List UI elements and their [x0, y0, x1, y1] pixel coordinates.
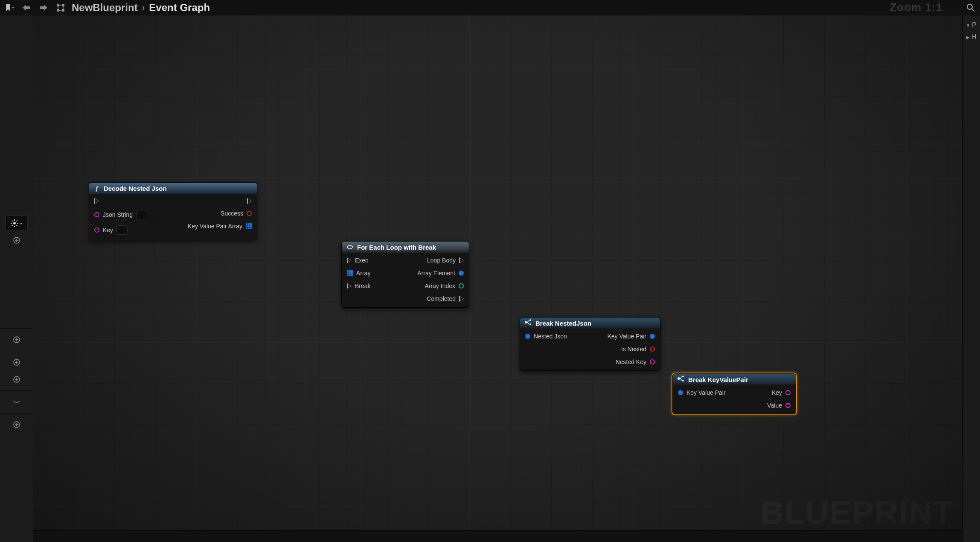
- blueprint-watermark: BLUEPRINT: [760, 494, 954, 531]
- nav-forward-icon[interactable]: [38, 2, 49, 14]
- right-rail: ▼P ▶H: [962, 15, 980, 542]
- function-icon: f: [93, 185, 100, 192]
- pin-label: Key: [772, 389, 782, 396]
- chevron-right-icon: ›: [142, 3, 145, 12]
- key-out-pin[interactable]: Key: [772, 389, 791, 396]
- rail-add-button-1[interactable]: [6, 233, 28, 248]
- array-pin-icon: [246, 223, 252, 229]
- node-header[interactable]: Break KeyValuePair: [673, 374, 796, 385]
- svg-point-6: [13, 222, 16, 224]
- topbar: ▾ NewBlueprint › Event Graph Zoom 1:1: [0, 0, 980, 15]
- rail-add-button-2[interactable]: [6, 332, 28, 347]
- node-header[interactable]: Break NestedJson: [520, 318, 660, 329]
- loop-icon: [346, 244, 354, 251]
- pin-label: Is Nested: [621, 346, 646, 353]
- loop-body-out-pin[interactable]: Loop Body: [427, 257, 464, 264]
- pin-label: Key Value Pair: [686, 389, 726, 396]
- input-key-pin[interactable]: Key: [94, 225, 147, 235]
- svg-point-34: [529, 323, 531, 325]
- nested-key-out-pin[interactable]: Nested Key: [616, 358, 655, 365]
- svg-line-5: [972, 9, 974, 12]
- node-break-nestedjson[interactable]: Break NestedJson Nested Json Key Value P…: [520, 317, 660, 371]
- pin-label: Exec: [355, 257, 368, 264]
- output-success-pin[interactable]: Success: [221, 210, 252, 217]
- break-struct-icon: [677, 376, 685, 383]
- svg-point-30: [525, 321, 527, 323]
- node-foreach-break[interactable]: For Each Loop with Break Exec Array Brea…: [341, 241, 469, 308]
- right-rail-label: H: [971, 33, 977, 41]
- node-header[interactable]: For Each Loop with Break: [342, 242, 469, 253]
- rail-add-button-5[interactable]: [6, 417, 28, 432]
- pin-label: Json String: [103, 211, 133, 218]
- value-out-pin[interactable]: Value: [767, 402, 791, 409]
- exec-in-pin[interactable]: Exec: [347, 257, 371, 264]
- bookmark-icon[interactable]: ▾: [3, 2, 15, 14]
- svg-rect-3: [62, 9, 64, 12]
- svg-line-12: [16, 225, 17, 226]
- svg-point-39: [682, 380, 684, 382]
- array-in-pin[interactable]: Array: [347, 270, 371, 277]
- svg-line-36: [680, 376, 682, 379]
- pin-label: Key Value Pair Array: [188, 223, 242, 230]
- kvp-in-pin[interactable]: Key Value Pair: [678, 389, 726, 396]
- exec-in-pin[interactable]: [94, 198, 147, 204]
- wires: [33, 15, 161, 79]
- breadcrumb-current: Event Graph: [149, 2, 210, 14]
- svg-rect-2: [57, 9, 59, 12]
- right-rail-label: P: [972, 21, 977, 29]
- json-string-input[interactable]: [136, 210, 147, 219]
- node-header[interactable]: f Decode Nested Json: [89, 183, 257, 194]
- completed-out-pin[interactable]: Completed: [427, 295, 464, 302]
- key-input[interactable]: [116, 225, 128, 235]
- svg-line-37: [680, 379, 682, 381]
- svg-point-33: [529, 319, 531, 321]
- right-rail-item-p[interactable]: ▼P: [966, 21, 977, 29]
- graph-canvas[interactable]: f Decode Nested Json Json String Key: [33, 15, 962, 542]
- pin-label: Key: [103, 227, 113, 233]
- pin-label: Array: [356, 270, 370, 277]
- input-json-string-pin[interactable]: Json String: [94, 210, 147, 219]
- node-decode-nested-json[interactable]: f Decode Nested Json Json String Key: [89, 182, 257, 240]
- pin-label: Value: [767, 402, 782, 409]
- svg-point-4: [967, 4, 972, 9]
- svg-point-38: [682, 376, 684, 377]
- rail-add-button-3[interactable]: [6, 355, 28, 370]
- rail-add-button-4[interactable]: [6, 372, 28, 387]
- exec-out-pin[interactable]: [247, 198, 252, 204]
- break-struct-icon: [524, 319, 532, 327]
- pin-label: Nested Key: [616, 358, 646, 365]
- bottom-bar: [0, 530, 980, 542]
- nav-back-icon[interactable]: [20, 2, 32, 14]
- left-rail: ▾: [0, 15, 33, 542]
- array-index-out-pin[interactable]: Array Index: [425, 283, 464, 289]
- pin-label: Key Value Pair: [607, 333, 646, 340]
- kvp-out-pin[interactable]: Key Value Pair: [607, 333, 655, 340]
- breadcrumb: NewBlueprint › Event Graph: [72, 2, 210, 14]
- nested-json-in-pin[interactable]: Nested Json: [525, 333, 567, 340]
- array-pin-icon: [347, 270, 353, 276]
- right-rail-item-h[interactable]: ▶H: [966, 33, 977, 41]
- pin-label: Completed: [427, 295, 456, 302]
- pin-label: Success: [221, 210, 243, 217]
- pin-label: Array Index: [425, 283, 455, 289]
- break-in-pin[interactable]: Break: [347, 283, 371, 289]
- node-title: Break NestedJson: [535, 320, 591, 327]
- output-array-pin[interactable]: Key Value Pair Array: [188, 223, 252, 230]
- svg-point-35: [678, 377, 680, 380]
- node-title: For Each Loop with Break: [357, 244, 436, 251]
- rail-settings-button[interactable]: ▾: [6, 216, 28, 231]
- svg-line-13: [12, 225, 13, 226]
- graph-icon[interactable]: [55, 2, 67, 14]
- breadcrumb-root[interactable]: NewBlueprint: [72, 2, 138, 14]
- array-element-out-pin[interactable]: Array Element: [417, 270, 464, 277]
- svg-rect-1: [62, 4, 64, 6]
- pin-label: Nested Json: [534, 333, 567, 340]
- is-nested-out-pin[interactable]: Is Nested: [621, 346, 655, 353]
- search-icon[interactable]: [965, 2, 977, 14]
- svg-line-32: [527, 322, 529, 324]
- pin-label: Array Element: [417, 270, 455, 277]
- node-break-keyvaluepair[interactable]: Break KeyValuePair Key Value Pair Key Va…: [672, 373, 796, 414]
- pin-label: Break: [355, 283, 371, 289]
- pin-label: Loop Body: [427, 257, 456, 264]
- rail-collapse-button[interactable]: [6, 394, 28, 410]
